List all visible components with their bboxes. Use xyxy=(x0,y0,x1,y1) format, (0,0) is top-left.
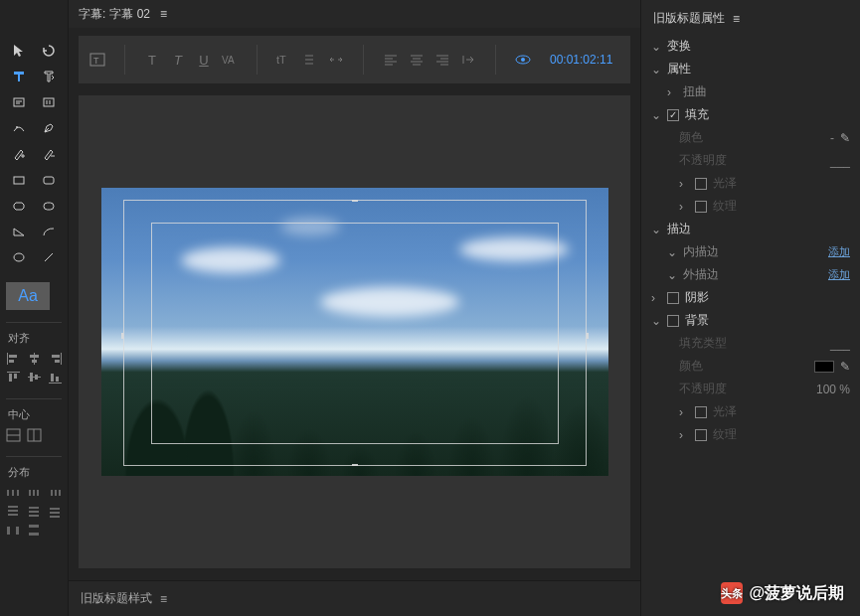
bg-texture-checkbox[interactable] xyxy=(695,429,707,441)
kerning-icon[interactable]: VA xyxy=(221,51,239,69)
bg-color-swatch[interactable] xyxy=(814,361,834,373)
prop-attributes[interactable]: ⌄属性 xyxy=(641,58,860,80)
vertical-area-type-tool[interactable] xyxy=(36,91,62,113)
align-top[interactable] xyxy=(6,371,24,386)
title-prefix: 字幕: xyxy=(79,6,105,23)
size-icon[interactable]: tT xyxy=(275,51,293,69)
prop-shadow[interactable]: ›阴影 xyxy=(641,286,860,309)
svg-rect-24 xyxy=(51,374,54,382)
svg-rect-50 xyxy=(29,525,39,528)
svg-line-7 xyxy=(45,253,53,261)
prop-transform[interactable]: ⌄变换 xyxy=(641,35,860,58)
eyedropper-icon[interactable]: ✎ xyxy=(840,360,850,374)
rectangle-tool[interactable] xyxy=(6,169,32,191)
type-tool[interactable] xyxy=(6,66,32,87)
title-canvas[interactable] xyxy=(101,188,608,476)
rotate-tool[interactable] xyxy=(36,40,62,62)
dist-7[interactable] xyxy=(6,524,24,539)
dist-8[interactable] xyxy=(27,524,45,539)
dist-3[interactable] xyxy=(48,486,66,502)
selection-tool[interactable] xyxy=(6,40,32,62)
dist-5[interactable] xyxy=(27,505,45,521)
add-anchor-tool[interactable] xyxy=(6,143,32,165)
align-left[interactable] xyxy=(6,352,24,368)
tab-icon[interactable] xyxy=(459,51,477,69)
add-outer-stroke[interactable]: 添加 xyxy=(828,267,850,282)
center-v[interactable] xyxy=(27,428,45,444)
font-bold-icon[interactable]: T xyxy=(169,51,187,69)
prop-bg-sheen[interactable]: ›光泽 xyxy=(641,400,860,423)
prop-fill-opacity[interactable]: 不透明度___ xyxy=(641,149,860,172)
pen-tool[interactable] xyxy=(36,117,62,139)
leading-icon[interactable] xyxy=(301,51,319,69)
align-right-icon[interactable] xyxy=(433,51,451,69)
dist-4[interactable] xyxy=(6,505,24,521)
prop-stroke[interactable]: ⌄描边 xyxy=(641,218,860,240)
title-viewport[interactable] xyxy=(79,95,630,568)
prop-fill-color[interactable]: 颜色-✎ xyxy=(641,126,860,149)
prop-fill-texture[interactable]: ›纹理 xyxy=(641,195,860,218)
background-checkbox[interactable] xyxy=(667,315,679,327)
ellipse-tool[interactable] xyxy=(6,246,32,268)
rounded-rect-tool[interactable] xyxy=(36,169,62,191)
dist-6[interactable] xyxy=(48,505,66,521)
svg-rect-38 xyxy=(59,490,61,496)
prop-distort[interactable]: ›扭曲 xyxy=(641,80,860,103)
prop-bg-texture[interactable]: ›纹理 xyxy=(641,423,860,446)
title-panel-header: 字幕: 字幕 02 ≡ xyxy=(69,0,640,28)
align-left-icon[interactable] xyxy=(382,51,400,69)
fill-checkbox[interactable] xyxy=(667,109,679,121)
prop-bg-opacity[interactable]: 不透明度100 % xyxy=(641,378,860,400)
svg-rect-37 xyxy=(55,490,57,496)
texture-checkbox[interactable] xyxy=(695,201,707,213)
eyedropper-icon[interactable]: ✎ xyxy=(840,131,850,145)
dist-2[interactable] xyxy=(27,486,45,502)
bg-sheen-checkbox[interactable] xyxy=(695,406,707,418)
align-section-label: 对齐 xyxy=(6,331,62,346)
svg-rect-10 xyxy=(9,360,14,363)
sheen-checkbox[interactable] xyxy=(695,178,707,190)
underline-icon[interactable]: U xyxy=(195,51,213,69)
svg-point-6 xyxy=(14,253,24,261)
prop-bg-color[interactable]: 颜色✎ xyxy=(641,355,860,378)
align-hcenter[interactable] xyxy=(27,352,45,368)
dist-1[interactable] xyxy=(6,486,24,502)
svg-rect-43 xyxy=(29,511,39,513)
path-type-tool[interactable] xyxy=(6,117,32,139)
line-tool[interactable] xyxy=(36,246,62,268)
delete-anchor-tool[interactable] xyxy=(36,143,62,165)
rounded-rect2-tool[interactable] xyxy=(36,195,62,217)
panel-menu-icon[interactable]: ≡ xyxy=(160,7,167,21)
wedge-tool[interactable] xyxy=(6,221,32,242)
svg-rect-44 xyxy=(29,515,39,517)
area-type-tool[interactable] xyxy=(6,91,32,113)
add-inner-stroke[interactable]: 添加 xyxy=(828,244,850,259)
arc-tool[interactable] xyxy=(36,221,62,242)
panel-menu-icon[interactable]: ≡ xyxy=(733,12,740,26)
vertical-type-tool[interactable] xyxy=(36,66,62,87)
clipped-rect-tool[interactable] xyxy=(6,195,32,217)
shadow-checkbox[interactable] xyxy=(667,292,679,304)
prop-fill[interactable]: ⌄填充 xyxy=(641,103,860,126)
watermark-text: @菠萝说后期 xyxy=(749,583,844,604)
prop-bg-filltype[interactable]: 填充类型___ xyxy=(641,332,860,355)
prop-fill-sheen[interactable]: ›光泽 xyxy=(641,172,860,195)
font-family-icon[interactable]: T xyxy=(143,51,161,69)
svg-rect-39 xyxy=(8,506,18,508)
tt-template-icon[interactable]: T xyxy=(88,51,106,69)
show-video-icon[interactable] xyxy=(514,51,532,69)
prop-inner-stroke[interactable]: ⌄内描边添加 xyxy=(641,240,860,263)
center-h[interactable] xyxy=(6,428,24,444)
styles-button[interactable]: Aa xyxy=(6,282,50,310)
prop-outer-stroke[interactable]: ⌄外描边添加 xyxy=(641,263,860,286)
align-center-icon[interactable] xyxy=(408,51,426,69)
align-right[interactable] xyxy=(48,352,66,368)
timecode[interactable]: 00:01:02:11 xyxy=(550,53,612,67)
svg-rect-20 xyxy=(28,377,41,378)
panel-menu-icon[interactable]: ≡ xyxy=(160,592,167,606)
align-bottom[interactable] xyxy=(48,371,66,386)
title-name: 字幕 02 xyxy=(109,6,150,23)
align-vcenter[interactable] xyxy=(27,371,45,386)
tracking-icon[interactable] xyxy=(327,51,345,69)
prop-background[interactable]: ⌄背景 xyxy=(641,309,860,332)
